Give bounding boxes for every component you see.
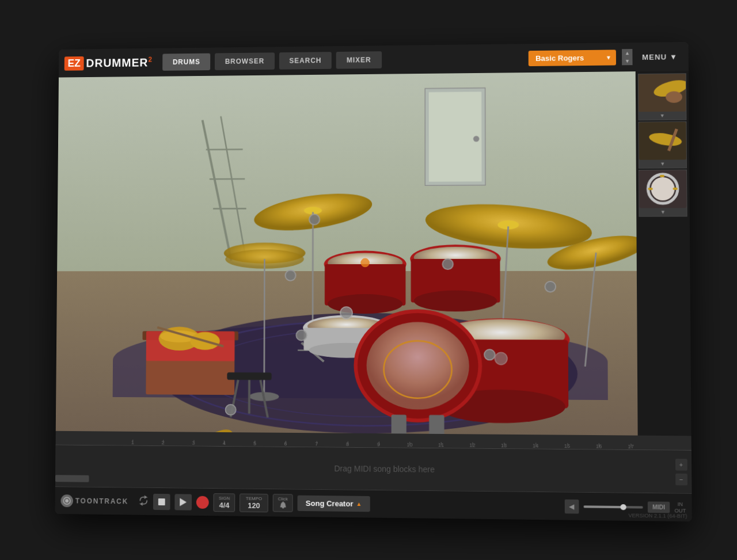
volume-slider[interactable] bbox=[584, 505, 643, 508]
ruler-mark-3: 3 bbox=[178, 440, 208, 445]
svg-point-67 bbox=[443, 258, 453, 269]
ruler-mark-9: 9 bbox=[363, 441, 394, 448]
ruler-mark-13: 13 bbox=[488, 442, 520, 448]
ruler-mark-2: 2 bbox=[148, 439, 178, 445]
svg-point-72 bbox=[226, 404, 236, 414]
timeline-row: ↖ ✂ Drag MIDI song blocks here + − bbox=[55, 445, 692, 493]
svg-rect-1 bbox=[429, 92, 482, 181]
toontrack-text: TOONTRACK bbox=[75, 496, 128, 505]
svg-marker-94 bbox=[180, 497, 187, 505]
play-button[interactable] bbox=[175, 493, 192, 509]
svg-line-3 bbox=[202, 120, 231, 261]
cymbal-img-2 bbox=[639, 121, 686, 159]
volume-slider-thumb[interactable] bbox=[620, 504, 626, 509]
timeline-content[interactable]: Drag MIDI song blocks here bbox=[55, 445, 692, 493]
tambourine-down-arrow[interactable]: ▼ bbox=[639, 208, 686, 216]
svg-point-68 bbox=[309, 214, 320, 224]
time-sig-value: 4/4 bbox=[219, 500, 230, 509]
play-icon bbox=[180, 497, 187, 505]
volume-slider-wrapper bbox=[584, 505, 643, 508]
timeline-zoom-controls: + − bbox=[674, 450, 689, 493]
click-button[interactable]: Click bbox=[273, 494, 293, 512]
svg-point-54 bbox=[367, 322, 469, 410]
svg-point-71 bbox=[484, 349, 495, 360]
ruler-mark-16: 16 bbox=[583, 443, 615, 449]
ruler-mark-6: 6 bbox=[270, 440, 301, 446]
menu-button[interactable]: MENU ▼ bbox=[637, 49, 683, 63]
svg-line-31 bbox=[584, 252, 597, 366]
cymbal-thumbnail-1[interactable]: ▼ bbox=[638, 73, 687, 120]
ez-logo-box: EZ bbox=[64, 56, 84, 70]
app-window: EZ DRUMMER2 DRUMS BROWSER SEARCH MIXER B… bbox=[55, 41, 692, 521]
volume-section: ◀ MIDI INOUT bbox=[565, 499, 686, 515]
ruler-mark-10: 10 bbox=[394, 441, 425, 448]
tab-browser[interactable]: BROWSER bbox=[215, 52, 275, 70]
svg-rect-95 bbox=[282, 501, 283, 502]
tambourine-thumbnail[interactable]: ▼ bbox=[639, 169, 687, 216]
ruler-mark-14: 14 bbox=[519, 443, 551, 449]
toontrack-logo: TOONTRACK bbox=[60, 494, 128, 507]
stop-button[interactable] bbox=[153, 493, 170, 509]
tab-search[interactable]: SEARCH bbox=[279, 52, 332, 70]
drag-hint-text: Drag MIDI song blocks here bbox=[334, 463, 435, 474]
version-text: VERSION 2.1.1 (64-BIT) bbox=[628, 512, 687, 519]
right-instrument-panel: ▼ ▼ bbox=[636, 71, 692, 436]
cymbal-img-1 bbox=[639, 74, 686, 112]
tab-drums[interactable]: DRUMS bbox=[162, 53, 210, 70]
svg-rect-62 bbox=[227, 372, 271, 380]
svg-rect-56 bbox=[392, 414, 407, 435]
ruler-mark-5: 5 bbox=[240, 440, 270, 446]
svg-rect-59 bbox=[429, 414, 444, 435]
midi-button[interactable]: MIDI bbox=[648, 501, 670, 513]
svg-point-92 bbox=[65, 498, 69, 502]
song-creator-arrow: ▲ bbox=[356, 500, 362, 506]
app-logo: EZ DRUMMER2 bbox=[64, 55, 153, 70]
ruler-mark-17: 17 bbox=[615, 443, 647, 449]
tambourine-img bbox=[639, 170, 687, 208]
bell-icon bbox=[279, 501, 287, 509]
prev-next-buttons: ◀ bbox=[565, 499, 579, 513]
drummer-logo-text: DRUMMER2 bbox=[86, 55, 153, 69]
svg-rect-93 bbox=[158, 498, 165, 505]
tab-mixer[interactable]: MIXER bbox=[336, 51, 381, 69]
time-signature-display: Sign 4/4 bbox=[214, 493, 235, 512]
preset-arrows: ▲ ▼ bbox=[622, 49, 633, 65]
ruler-mark-7: 7 bbox=[301, 441, 332, 447]
ruler-mark-1: 1 bbox=[117, 439, 148, 445]
zoom-in-button[interactable]: + bbox=[675, 458, 687, 470]
toontrack-circle-icon bbox=[60, 494, 73, 506]
transport-area: 1 2 3 4 5 6 7 8 9 10 11 12 13 14 15 16 1… bbox=[55, 431, 692, 521]
svg-point-51 bbox=[495, 352, 507, 364]
ruler-mark-4: 4 bbox=[209, 440, 240, 445]
stop-icon bbox=[158, 498, 165, 505]
prev-button[interactable]: ◀ bbox=[565, 499, 579, 513]
preset-selector[interactable]: Basic Rogers bbox=[529, 49, 616, 66]
preset-down-button[interactable]: ▼ bbox=[622, 57, 632, 65]
cymbal-1-down-arrow[interactable]: ▼ bbox=[639, 111, 686, 120]
song-creator-button[interactable]: Song Creator ▲ bbox=[298, 495, 370, 512]
mini-block bbox=[55, 475, 89, 482]
volume-slider-fill bbox=[584, 505, 622, 508]
click-label: Click bbox=[278, 496, 288, 501]
ruler-mark-15: 15 bbox=[551, 443, 583, 449]
svg-point-70 bbox=[285, 270, 295, 280]
svg-point-69 bbox=[545, 281, 556, 291]
ruler-mark-8: 8 bbox=[332, 441, 363, 447]
cymbal-2-down-arrow[interactable]: ▼ bbox=[639, 159, 686, 168]
ruler-mark-11: 11 bbox=[426, 441, 457, 448]
tempo-value: 120 bbox=[248, 501, 260, 509]
loop-icon bbox=[139, 495, 149, 505]
tempo-display[interactable]: Tempo 120 bbox=[240, 493, 268, 512]
time-sig-label: Sign bbox=[219, 495, 230, 500]
preset-up-button[interactable]: ▲ bbox=[622, 49, 632, 57]
main-area: ▼ ▼ bbox=[56, 71, 692, 436]
loop-button[interactable] bbox=[139, 495, 149, 508]
record-button[interactable] bbox=[196, 496, 209, 508]
drum-scene bbox=[56, 71, 638, 436]
svg-point-46 bbox=[340, 307, 352, 319]
in-out-label: INOUT bbox=[674, 501, 686, 513]
svg-line-4 bbox=[220, 116, 246, 260]
song-creator-label: Song Creator bbox=[306, 498, 353, 508]
zoom-out-button[interactable]: − bbox=[675, 473, 687, 485]
cymbal-thumbnail-2[interactable]: ▼ bbox=[638, 121, 687, 168]
